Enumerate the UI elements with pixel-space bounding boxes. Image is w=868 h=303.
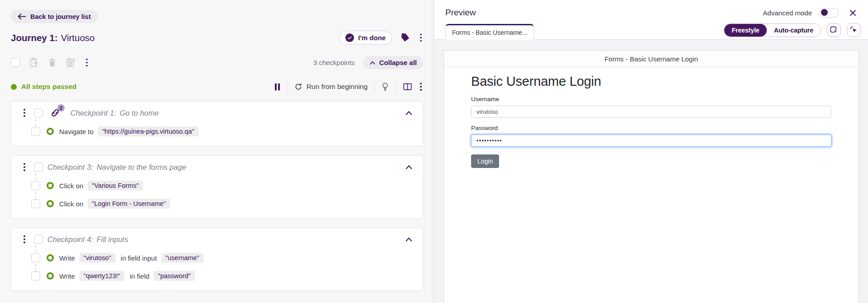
collapse-all-button[interactable]: Collapse all (363, 56, 423, 69)
journey-title-name: Virtuoso (61, 33, 95, 43)
step-action: in field input (121, 254, 157, 262)
preview-title: Preview (445, 8, 476, 18)
checkpoint-menu[interactable] (22, 162, 27, 172)
step-action: Click on (59, 182, 83, 190)
check-circle-icon (345, 33, 354, 42)
im-done-label: I'm done (358, 34, 386, 42)
back-button-label: Back to journey list (30, 13, 91, 20)
form-heading: Basic Username Login (471, 74, 831, 89)
divider (396, 81, 396, 92)
step-checkbox[interactable] (31, 199, 40, 208)
refresh-icon (294, 83, 302, 91)
step-target[interactable]: "password" (154, 271, 194, 281)
frame-page-title: Forms - Basic Username Login (444, 51, 859, 67)
step-checkbox[interactable] (31, 181, 40, 190)
journey-options-menu[interactable] (419, 33, 423, 43)
step-row: Write "virutoso" in field input "usernam… (11, 249, 423, 267)
link-count-badge: 2 (57, 104, 65, 112)
step-row: Click on "Login Form - Username" (11, 195, 423, 213)
toolbar-options-menu[interactable] (85, 57, 89, 68)
library-icon[interactable] (66, 57, 76, 68)
pause-icon[interactable] (274, 83, 281, 91)
password-field[interactable] (471, 135, 831, 147)
trash-icon[interactable] (47, 58, 57, 67)
step-row: Write "qwerty123!" in field "password" (11, 267, 423, 285)
checkpoint-title: Checkpoint 1:Go to home (71, 109, 159, 117)
step-action: Write (59, 272, 75, 280)
checkpoint-count: 3 checkpoints (313, 59, 355, 66)
username-label: Username (471, 96, 831, 103)
step-value[interactable]: "https://guinea-pigs.virtuoso.qa" (98, 126, 198, 136)
step-value[interactable]: "Various Forms" (88, 181, 143, 191)
checkpoint-checkbox[interactable] (34, 108, 43, 117)
checkpoint-checkbox[interactable] (34, 235, 43, 244)
step-checkbox[interactable] (31, 253, 40, 262)
run-from-beginning-button[interactable]: Run from beginning (294, 83, 368, 91)
collapse-checkpoint-chevron[interactable] (403, 235, 415, 244)
preview-frame: Forms - Basic Username Login Basic Usern… (443, 50, 859, 303)
collapse-checkpoint-chevron[interactable] (403, 108, 415, 117)
auto-capture-mode-button[interactable]: Auto-capture (767, 24, 821, 37)
step-value[interactable]: "Login Form - Username" (88, 199, 170, 209)
journey-title: Journey 1:Virtuoso (11, 33, 95, 43)
status-text: All steps passed (21, 83, 76, 91)
status-dot (11, 84, 17, 90)
clipboard-paste-icon[interactable] (28, 57, 39, 68)
checkpoint-menu[interactable] (22, 107, 27, 118)
journey-title-label: Journey 1: (11, 33, 58, 43)
step-status-icon (47, 200, 54, 207)
checkpoint-card: Checkpoint 4:Fill inputs Write "virutoso… (11, 228, 423, 291)
preview-tab[interactable]: Forms - Basic Username... (445, 24, 534, 40)
back-arrow-icon (18, 13, 26, 20)
step-status-icon (47, 254, 54, 261)
journey-panel: Back to journey list Journey 1:Virtuoso … (0, 0, 434, 303)
password-label: Password (471, 125, 831, 131)
freestyle-mode-button[interactable]: Freestyle (724, 24, 766, 37)
divider (374, 81, 374, 92)
advanced-mode-label: Advanced mode (763, 9, 812, 17)
step-row: Navigate to "https://guinea-pigs.virtuos… (11, 122, 423, 140)
step-checkbox[interactable] (31, 127, 40, 136)
step-status-icon (47, 182, 54, 189)
checkpoint-card: 2 Checkpoint 1:Go to home Navigate to "h… (11, 101, 423, 146)
im-done-button[interactable]: I'm done (339, 31, 392, 45)
split-view-icon[interactable] (403, 83, 412, 91)
toggle-knob (821, 9, 828, 16)
close-icon[interactable] (849, 9, 857, 17)
capture-mode-switch: Freestyle Auto-capture (724, 23, 821, 37)
run-from-beginning-label: Run from beginning (307, 83, 368, 91)
chevron-up-icon (369, 61, 376, 65)
step-action: Navigate to (59, 128, 94, 135)
step-action: Write (59, 254, 75, 262)
step-row: Click on "Various Forms" (11, 177, 423, 195)
lightbulb-icon[interactable] (381, 82, 390, 92)
back-to-journey-list-button[interactable]: Back to journey list (11, 10, 98, 23)
advanced-mode-toggle[interactable] (819, 8, 839, 18)
step-status-icon (47, 128, 54, 135)
login-button[interactable]: Login (471, 154, 499, 168)
username-field[interactable] (471, 106, 831, 118)
magic-cursor-icon[interactable] (847, 23, 861, 37)
preview-frame-area: Forms - Basic Username Login Basic Usern… (434, 40, 868, 303)
step-action: Click on (59, 200, 83, 208)
run-options-menu[interactable] (419, 81, 423, 92)
step-target[interactable]: "username" (161, 253, 203, 263)
checkpoint-title: Checkpoint 3:Navigate to the forms page (47, 163, 186, 172)
divider (288, 81, 288, 92)
step-checkbox[interactable] (31, 271, 40, 280)
checkpoint-title: Checkpoint 4:Fill inputs (47, 235, 128, 244)
step-action: in field (130, 272, 149, 280)
collapse-all-label: Collapse all (379, 59, 417, 66)
select-all-checkbox[interactable] (11, 58, 20, 67)
step-value[interactable]: "qwerty123!" (80, 271, 124, 281)
tag-icon[interactable] (401, 33, 410, 42)
step-status-icon (47, 272, 54, 280)
select-element-icon[interactable] (827, 23, 841, 37)
link-icon[interactable]: 2 (50, 108, 61, 118)
checkpoint-card: Checkpoint 3:Navigate to the forms page … (11, 155, 423, 219)
checkpoint-menu[interactable] (22, 234, 27, 245)
step-value[interactable]: "virutoso" (80, 253, 115, 263)
collapse-checkpoint-chevron[interactable] (403, 163, 415, 172)
checkpoint-checkbox[interactable] (34, 163, 43, 172)
preview-panel: Preview Advanced mode Forms - Basic User… (434, 0, 868, 303)
